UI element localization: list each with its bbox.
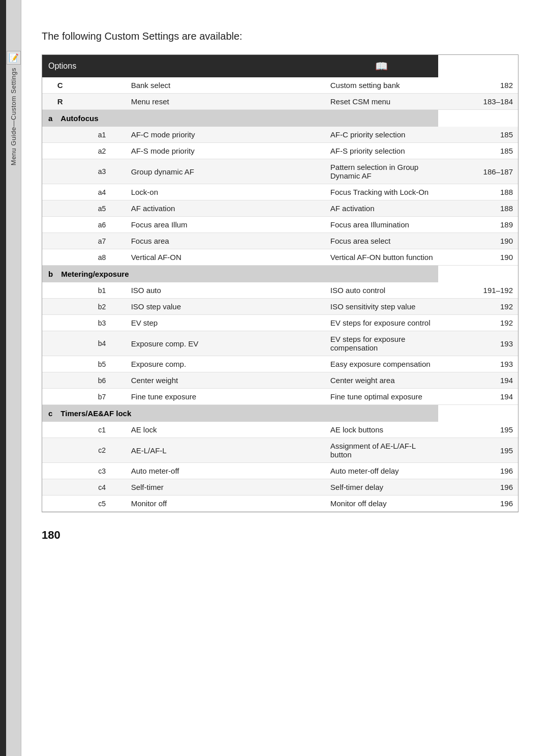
table-row: a1AF-C mode priorityAF-C priority select… (42, 127, 518, 143)
row-desc: Auto meter-off delay (325, 463, 438, 479)
row-empty (42, 217, 78, 233)
row-key: b2 (78, 299, 126, 315)
row-name: Menu reset (126, 94, 325, 110)
row-name: Monitor off (126, 496, 325, 512)
row-desc: AF activation (325, 200, 438, 217)
row-page: 192 (438, 315, 518, 331)
row-key: b1 (78, 282, 126, 299)
table-row: a7Focus areaFocus area select190 (42, 233, 518, 249)
row-name: Auto meter-off (126, 463, 325, 479)
row-desc: Custom setting bank (325, 77, 438, 94)
table-row: b7Fine tune exposureFine tune optimal ex… (42, 389, 518, 405)
row-key: a2 (78, 143, 126, 159)
row-page: 191–192 (438, 282, 518, 299)
row-page: 194 (438, 372, 518, 389)
row-desc: EV steps for exposure control (325, 315, 438, 331)
row-page: 195 (438, 438, 518, 463)
row-empty (42, 389, 78, 405)
row-name: Center weight (126, 372, 325, 389)
page-number: 180 (42, 529, 518, 542)
row-desc: Self-timer delay (325, 479, 438, 496)
table-row: b6Center weightCenter weight area194 (42, 372, 518, 389)
row-key: a1 (78, 127, 126, 143)
table-row: cTimers/AE&AF lock (42, 405, 518, 422)
intro-text: The following Custom Settings are availa… (42, 31, 518, 42)
row-key: c4 (78, 479, 126, 496)
row-key: a5 (78, 200, 126, 217)
row-desc: Fine tune optimal exposure (325, 389, 438, 405)
row-desc: AE lock buttons (325, 422, 438, 438)
row-desc: AF-S priority selection (325, 143, 438, 159)
row-name: EV step (126, 315, 325, 331)
row-name: Focus area Illum (126, 217, 325, 233)
table-row: RMenu resetReset CSM menu183–184 (42, 94, 518, 110)
row-desc: Easy exposure compensation (325, 356, 438, 372)
row-empty (42, 479, 78, 496)
row-desc: ISO sensitivity step value (325, 299, 438, 315)
row-page: 193 (438, 356, 518, 372)
row-name: AF activation (126, 200, 325, 217)
row-name: Exposure comp. EV (126, 331, 325, 356)
settings-table-wrapper: Options 📖 CBank selectCustom setting ban… (42, 54, 518, 512)
row-name: Self-timer (126, 479, 325, 496)
row-page: 183–184 (438, 94, 518, 110)
table-row: b4Exposure comp. EVEV steps for exposure… (42, 331, 518, 356)
row-page: 190 (438, 249, 518, 266)
row-name: AF-S mode priority (126, 143, 325, 159)
table-row: c4Self-timerSelf-timer delay196 (42, 479, 518, 496)
row-name: Vertical AF-ON (126, 249, 325, 266)
row-desc: ISO auto control (325, 282, 438, 299)
section-label: cTimers/AE&AF lock (42, 405, 438, 422)
row-desc: Monitor off delay (325, 496, 438, 512)
row-empty (42, 127, 78, 143)
row-name: Focus area (126, 233, 325, 249)
row-page: 194 (438, 389, 518, 405)
row-desc: Assignment of AE-L/AF-L button (325, 438, 438, 463)
row-page: 185 (438, 143, 518, 159)
row-desc: Focus Tracking with Lock-On (325, 184, 438, 200)
row-name: Exposure comp. (126, 356, 325, 372)
row-page: 182 (438, 77, 518, 94)
options-header: Options (42, 55, 325, 77)
book-icon: 📖 (375, 61, 388, 72)
section-label: aAutofocus (42, 110, 438, 127)
table-row: c3Auto meter-offAuto meter-off delay196 (42, 463, 518, 479)
table-header-row: Options 📖 (42, 55, 518, 77)
row-key: c1 (78, 422, 126, 438)
page-icon-header: 📖 (325, 55, 438, 77)
table-row: c5Monitor offMonitor off delay196 (42, 496, 518, 512)
row-page: 195 (438, 422, 518, 438)
row-empty (42, 372, 78, 389)
table-row: bMetering/exposure (42, 266, 518, 283)
main-content: The following Custom Settings are availa… (21, 0, 549, 756)
row-key: b5 (78, 356, 126, 372)
row-page: 186–187 (438, 159, 518, 184)
sidebar-label: Menu Guide—Custom Settings (10, 68, 17, 165)
row-page: 185 (438, 127, 518, 143)
table-row: b3EV stepEV steps for exposure control19… (42, 315, 518, 331)
row-desc: Reset CSM menu (325, 94, 438, 110)
table-row: a6Focus area IllumFocus area Illuminatio… (42, 217, 518, 233)
row-desc: Focus area select (325, 233, 438, 249)
row-desc: EV steps for exposure compensation (325, 331, 438, 356)
row-name: AE lock (126, 422, 325, 438)
row-key (78, 77, 126, 94)
table-row: b1ISO autoISO auto control191–192 (42, 282, 518, 299)
table-row: a2AF-S mode priorityAF-S priority select… (42, 143, 518, 159)
row-empty (42, 331, 78, 356)
row-key (78, 94, 126, 110)
row-empty (42, 249, 78, 266)
row-key: a8 (78, 249, 126, 266)
row-name: ISO step value (126, 299, 325, 315)
table-row: b5Exposure comp.Easy exposure compensati… (42, 356, 518, 372)
row-name: Fine tune exposure (126, 389, 325, 405)
table-row: aAutofocus (42, 110, 518, 127)
row-top-key: R (42, 94, 78, 110)
row-page: 193 (438, 331, 518, 356)
row-key: b7 (78, 389, 126, 405)
row-name: AE-L/AF-L (126, 438, 325, 463)
row-page: 188 (438, 184, 518, 200)
row-key: a7 (78, 233, 126, 249)
row-empty (42, 143, 78, 159)
row-page: 192 (438, 299, 518, 315)
